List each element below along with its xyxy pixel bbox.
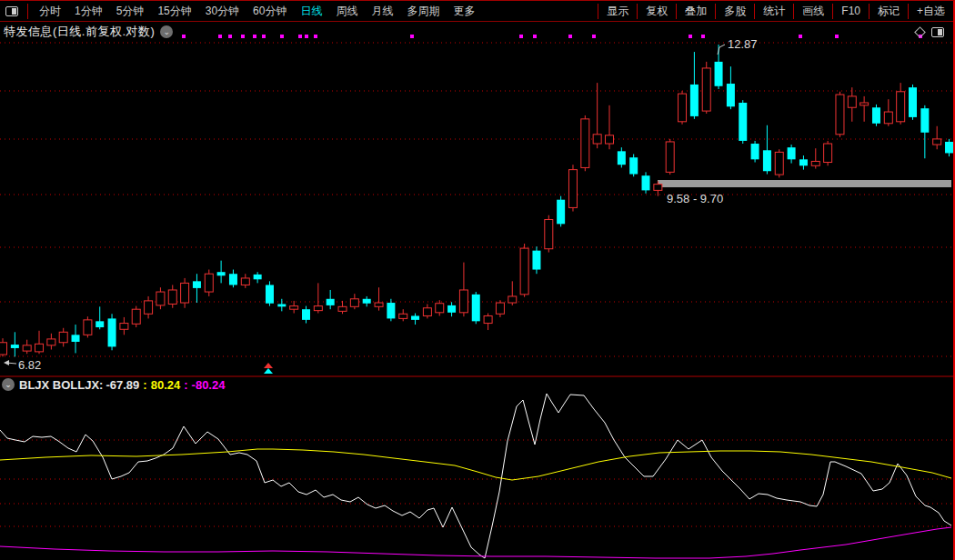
tool-标记[interactable]: 标记 xyxy=(869,4,908,19)
window-icon[interactable] xyxy=(5,6,18,16)
indicator-dropdown-icon[interactable]: ⌄ xyxy=(2,378,15,391)
diamond-icon[interactable] xyxy=(914,26,926,38)
toolbar-divider xyxy=(27,4,28,19)
low-price-label: 6.82 xyxy=(18,358,41,372)
title-dropdown-icon[interactable]: ⌄ xyxy=(160,25,173,38)
more-arrow-icon[interactable]: › xyxy=(467,5,470,16)
indicator-header: ⌄ BLJX BOLLJX: -67.89 : 80.24 : -80.24 xyxy=(0,377,225,392)
tool-F10[interactable]: F10 xyxy=(832,4,869,19)
indicator-value-2: 80.24 xyxy=(151,378,181,392)
tool-画线[interactable]: 画线 xyxy=(793,4,832,19)
stock-title-bar: 特发信息(日线.前复权.对数) ⌄ xyxy=(0,23,953,41)
period-多周期[interactable]: 多周期 xyxy=(407,4,439,19)
tool-+自选[interactable]: +自选 xyxy=(908,4,953,19)
top-toolbar: 分时1分钟5分钟15分钟30分钟60分钟日线周线月线多周期更多 › 显示复权叠加… xyxy=(0,1,953,22)
indicator-value-3: -80.24 xyxy=(192,378,226,392)
indicator-value-1: -67.89 xyxy=(106,378,139,392)
window-icon[interactable] xyxy=(931,27,944,37)
indicator-sep-2: : xyxy=(184,378,187,392)
period-60分钟[interactable]: 60分钟 xyxy=(253,4,286,19)
period-30分钟[interactable]: 30分钟 xyxy=(206,4,239,19)
period-月线[interactable]: 月线 xyxy=(371,4,393,19)
period-周线[interactable]: 周线 xyxy=(336,4,357,19)
indicator-sep-1: : xyxy=(143,378,146,392)
period-更多[interactable]: 更多 xyxy=(453,4,475,19)
tool-复权[interactable]: 复权 xyxy=(637,4,676,19)
period-1分钟[interactable]: 1分钟 xyxy=(75,4,103,19)
range-price-label: 9.58 - 9.70 xyxy=(667,192,723,205)
toolbar-right-items: 显示复权叠加多股统计画线F10标记+自选 xyxy=(598,1,953,21)
period-15分钟[interactable]: 15分钟 xyxy=(157,4,191,19)
indicator-label: BLJX BOLLJX: xyxy=(19,378,103,392)
tool-统计[interactable]: 统计 xyxy=(754,4,793,19)
toolbar-left-items: 分时1分钟5分钟15分钟30分钟60分钟日线周线月线多周期更多 xyxy=(32,4,475,19)
period-日线[interactable]: 日线 xyxy=(300,4,322,19)
period-5分钟[interactable]: 5分钟 xyxy=(116,4,145,19)
tool-叠加[interactable]: 叠加 xyxy=(676,4,715,19)
app-window: 12.87 9.58 - 9.70 6.82 分时1分钟5分钟15分钟30分钟6… xyxy=(0,0,955,560)
low-arrowhead xyxy=(4,360,9,365)
chart-canvas[interactable]: 12.87 9.58 - 9.70 6.82 xyxy=(0,1,955,560)
tool-显示[interactable]: 显示 xyxy=(598,4,637,19)
period-分时[interactable]: 分时 xyxy=(39,4,61,19)
tool-多股[interactable]: 多股 xyxy=(715,4,754,19)
stock-title[interactable]: 特发信息(日线.前复权.对数) xyxy=(4,24,155,40)
